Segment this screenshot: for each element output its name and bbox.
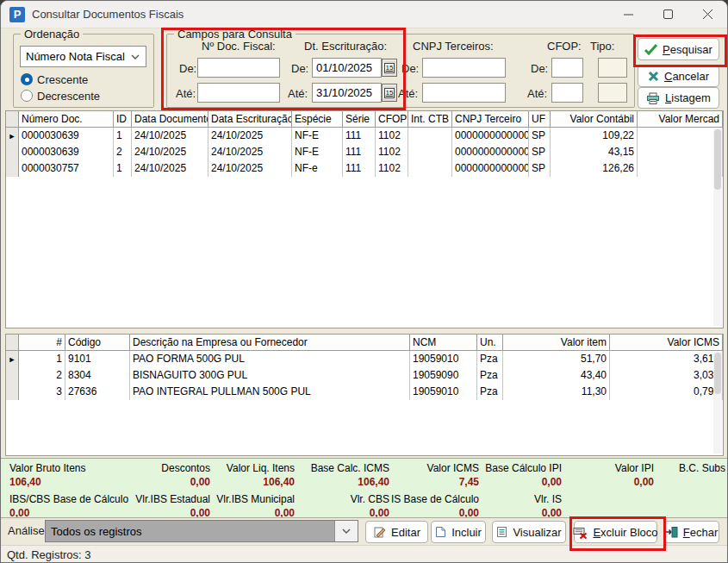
document-icon (496, 526, 507, 538)
summary-value: 7,45 (459, 476, 479, 488)
cfop-ate-input[interactable] (551, 83, 583, 103)
grid-cell: 24/10/2025 (132, 160, 208, 177)
grid-cell: 1 (114, 128, 132, 144)
cancelar-button[interactable]: Cancelar (638, 65, 719, 87)
sort-field-select[interactable]: Número Nota Fiscal (20, 46, 146, 67)
grid-cell: 0000030639 (19, 128, 114, 144)
grid-cell: Pza (477, 367, 503, 384)
visualizar-label: Visualizar (513, 526, 561, 539)
grid-cell: Pza (477, 351, 503, 367)
grid-cell: 3 (19, 384, 65, 400)
summary-value: 106,40 (358, 476, 389, 488)
cnpj-de-label: De: (401, 62, 419, 75)
cfop-de-input[interactable] (551, 58, 583, 78)
close-button[interactable] (688, 1, 727, 28)
column-header: Valor Contábil (551, 111, 638, 128)
cfop-label: CFOP: (547, 40, 582, 53)
doc-ate-label: Até: (176, 87, 196, 100)
table-row[interactable]: 28304BISNAGUITO 300G PUL19059090Pza43,40… (6, 367, 723, 384)
grid-cell: 19059010 (410, 384, 477, 400)
listagem-button[interactable]: Listagem (638, 87, 719, 109)
grid-cell: 24/10/2025 (132, 144, 208, 160)
row-indicator (6, 335, 19, 351)
items-grid-header-row: #CódigoDescrição na Empresa ou Fornecedo… (6, 335, 723, 351)
grid-cell: 109,22 (551, 128, 638, 144)
grid-cell: 11,30 (503, 384, 610, 400)
analise-value: Todos os registros (51, 525, 142, 538)
dt-de-input[interactable] (312, 58, 382, 78)
grid-cell: 51,70 (503, 351, 610, 367)
grid-cell: SP (529, 144, 551, 160)
grid-cell: BISNAGUITO 300G PUL (130, 367, 410, 384)
column-header: Série (343, 111, 376, 128)
calendar-de-button[interactable]: 15 (382, 59, 397, 77)
dt-ate-input[interactable] (312, 83, 382, 103)
analise-select[interactable]: Todos os registros (45, 520, 358, 542)
dt-ate-label: Até: (288, 87, 308, 100)
new-page-icon (435, 526, 446, 538)
tipo-de-input[interactable] (598, 58, 627, 78)
grid-cell: NF-E (292, 128, 343, 144)
summary-label: Base Cálculo IPI (485, 462, 562, 474)
exit-door-icon (665, 526, 678, 538)
radio-crescente[interactable] (21, 73, 33, 85)
cnpj-label: CNPJ Terceiros: (413, 40, 494, 53)
row-indicator: ► (6, 351, 19, 367)
minimize-button[interactable] (608, 1, 648, 28)
column-header: ID (114, 111, 132, 128)
table-row[interactable]: 0000030757124/10/202524/10/2025NF-e11111… (6, 160, 723, 177)
grid-cell: 1102 (376, 160, 408, 177)
table-row[interactable]: 0000030639224/10/202524/10/2025NF-E11111… (6, 144, 723, 160)
incluir-button[interactable]: Incluir (431, 521, 486, 543)
column-header: NCM (410, 335, 477, 351)
visualizar-button[interactable]: Visualizar (492, 521, 566, 543)
sort-field-value: Número Nota Fiscal (26, 50, 125, 63)
grid-cell: 111 (343, 128, 376, 144)
summary-value: 0,00 (542, 476, 562, 488)
table-row[interactable]: 327636PAO INTEGRAL PULLMAN 500G PUL19059… (6, 384, 723, 400)
grid-cell: 43,15 (551, 144, 638, 160)
dt-escrituracao-label: Dt. Escrituração: (304, 40, 387, 53)
fechar-button[interactable]: Fechar (663, 521, 719, 543)
row-indicator (6, 111, 19, 128)
doc-de-label: De: (179, 62, 196, 75)
x-icon (648, 71, 659, 82)
app-window: P Consultar Documentos Fiscais Ordenação… (0, 0, 728, 563)
cnpj-de-input[interactable] (422, 58, 506, 78)
summary-label: Valor Bruto Itens (9, 462, 86, 474)
calendar-icon: 15 (384, 63, 395, 73)
tipo-ate-input[interactable] (598, 83, 627, 103)
summary-value: 0,00 (370, 507, 389, 518)
totals-panel: Valor Bruto Itens106,40Descontos0,00Valo… (1, 458, 727, 518)
grid-cell: 111 (343, 144, 376, 160)
summary-label: Descontos (161, 462, 210, 474)
column-header: UF (529, 111, 551, 128)
grid-cell: 00000000000000 (452, 144, 529, 160)
window-title: Consultar Documentos Fiscais (32, 8, 184, 21)
excluir-bloco-button[interactable]: Excluir Bloco (574, 521, 657, 543)
editar-button[interactable]: Editar (365, 521, 428, 543)
doc-ate-input[interactable] (197, 83, 280, 103)
grid-cell: NF-e (292, 160, 343, 177)
calendar-ate-button[interactable]: 15 (382, 84, 397, 102)
maximize-button[interactable] (648, 1, 688, 28)
cnpj-ate-input[interactable] (422, 83, 506, 103)
table-row[interactable]: ►19101PAO FORMA 500G PUL19059010Pza51,70… (6, 351, 723, 367)
dt-de-label: De: (291, 62, 308, 75)
row-indicator (6, 384, 19, 400)
documents-grid-scrollbar[interactable] (713, 128, 722, 326)
summary-value: 0,00 (190, 476, 210, 488)
summary-label: IS Base de Cálculo (391, 493, 479, 505)
radio-decrescente[interactable] (21, 90, 33, 102)
grid-cell: 8304 (65, 367, 130, 384)
column-header: Un. (477, 335, 503, 351)
doc-de-input[interactable] (197, 58, 280, 78)
chevron-down-icon (131, 54, 140, 59)
items-grid-scrollbar[interactable] (713, 352, 722, 454)
pesquisar-button[interactable]: Pesquisar (638, 38, 719, 60)
grid-cell: 1102 (376, 144, 408, 160)
documents-grid: Número Doc.IDData DocumentoData Escritur… (5, 110, 724, 328)
table-row[interactable]: ►0000030639124/10/202524/10/2025NF-E1111… (6, 128, 723, 144)
summary-value: 0,00 (634, 476, 654, 488)
summary-value: 0,00 (542, 507, 562, 518)
